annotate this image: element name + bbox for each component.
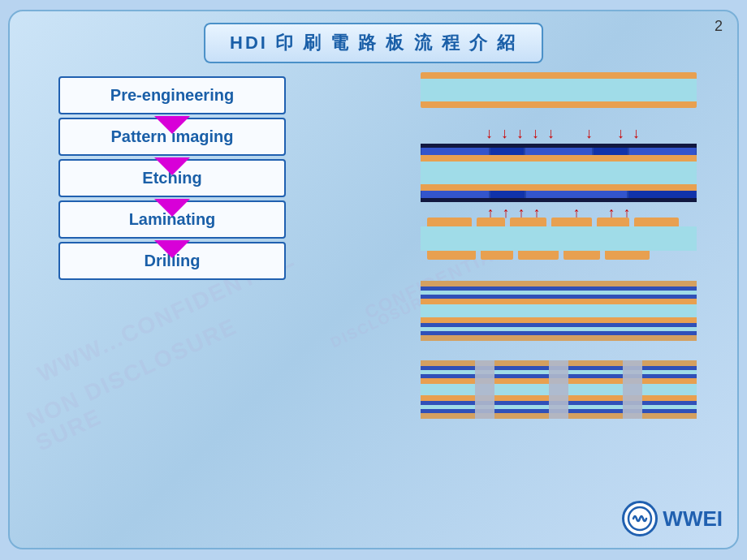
slide-title: HDI 印 刷 電 路 板 流 程 介 紹: [230, 32, 517, 53]
red-arrow-down-6: ↓: [585, 126, 593, 140]
wwei-label: WWEI: [663, 506, 723, 532]
wwei-circle-icon: [622, 501, 658, 536]
diagram-pre-engineering: [412, 72, 705, 111]
diagram-laminating: [412, 281, 705, 346]
red-arrow-down-8: ↓: [633, 126, 640, 140]
copper-bottom: [421, 101, 697, 108]
diagram-drilling: [412, 360, 705, 421]
right-diagrams: ↓ ↓ ↓ ↓ ↓ ↓ ↓ ↓: [412, 72, 721, 421]
red-arrow-down-4: ↓: [532, 126, 539, 140]
left-flow: Pre-engineering Pattern imaging Etching …: [34, 76, 310, 280]
red-arrow-down-5: ↓: [547, 126, 555, 140]
diagram-pattern-imaging: ↓ ↓ ↓ ↓ ↓ ↓ ↓ ↓: [412, 126, 705, 203]
title-box: HDI 印 刷 電 路 板 流 程 介 紹: [204, 23, 543, 63]
red-arrow-down-3: ↓: [516, 126, 524, 140]
copper-top: [421, 72, 697, 79]
board-with-resist: [421, 144, 697, 202]
board-core: [421, 79, 697, 101]
slide-container: 2 HDI 印 刷 電 路 板 流 程 介 紹 WWW...CONFIDENTI…: [8, 10, 739, 549]
step-pre-engineering: Pre-engineering: [58, 76, 286, 114]
slide-number: 2: [715, 18, 723, 35]
red-arrow-down-2: ↓: [501, 126, 508, 140]
watermark-2: NON DISCLOSURE: [23, 313, 241, 433]
arrows-down: ↓ ↓ ↓ ↓ ↓ ↓ ↓ ↓: [412, 126, 705, 140]
diagram-etching: [412, 218, 705, 266]
red-arrow-down-1: ↓: [486, 126, 493, 140]
red-arrow-down-7: ↓: [617, 126, 624, 140]
watermark-3: SURE: [32, 403, 106, 456]
wwei-logo: WWEI: [622, 501, 723, 536]
